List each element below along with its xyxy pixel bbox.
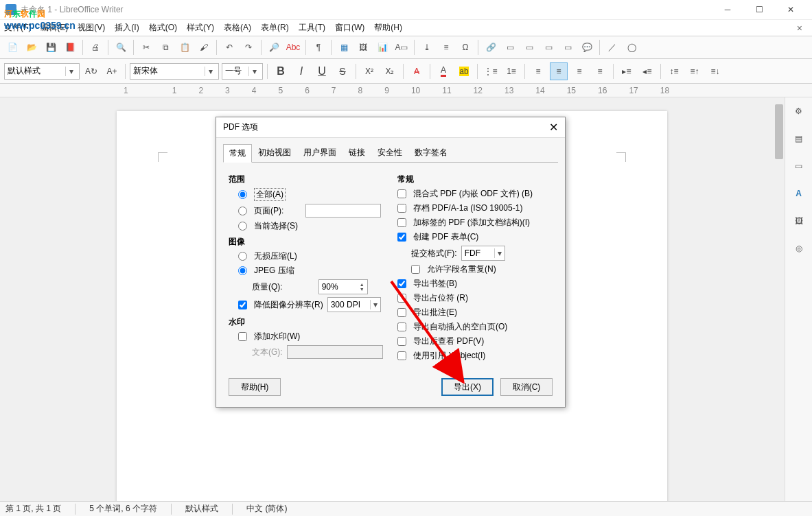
- redo-icon[interactable]: ↷: [240, 39, 257, 56]
- specialchar-icon[interactable]: Ω: [457, 39, 474, 56]
- paragraph-style-combo[interactable]: 默认样式▾: [4, 63, 80, 80]
- spellcheck-icon[interactable]: Abc: [285, 39, 301, 56]
- copy-icon[interactable]: ⧉: [157, 39, 174, 56]
- comments-checkbox[interactable]: [397, 308, 406, 317]
- sidebar-styles-icon[interactable]: A: [789, 184, 809, 203]
- bold-button[interactable]: B: [272, 62, 290, 80]
- para-spacing-inc-button[interactable]: ≡↑: [686, 62, 704, 80]
- linespacing-button[interactable]: ↕≡: [665, 62, 683, 80]
- textbox-icon[interactable]: A▭: [393, 39, 410, 56]
- formatting-marks-icon[interactable]: ¶: [310, 39, 327, 56]
- scroll-thumb[interactable]: [775, 104, 783, 159]
- open-icon[interactable]: 📂: [23, 39, 40, 56]
- font-color-button[interactable]: A: [434, 62, 452, 80]
- tab-security[interactable]: 安全性: [371, 143, 408, 162]
- tab-ui[interactable]: 用户界面: [297, 143, 343, 162]
- para-spacing-dec-button[interactable]: ≡↓: [706, 62, 724, 80]
- submit-format-dropdown[interactable]: FDF▾: [461, 246, 505, 261]
- new-icon[interactable]: 📄: [4, 39, 21, 56]
- menu-insert[interactable]: 插入(I): [115, 22, 139, 34]
- find-icon[interactable]: 🔎: [266, 39, 282, 56]
- menu-table[interactable]: 表格(A): [224, 22, 251, 34]
- align-right-button[interactable]: ≡: [570, 62, 588, 80]
- tab-initial-view[interactable]: 初始视图: [252, 143, 297, 162]
- align-center-button[interactable]: ≡: [550, 62, 568, 80]
- viewafter-checkbox[interactable]: [397, 337, 406, 346]
- menu-edit[interactable]: 编辑(E): [40, 22, 68, 34]
- horizontal-ruler[interactable]: 1123456789101112131415161718: [0, 84, 812, 97]
- strike-button[interactable]: S: [334, 62, 351, 80]
- table-icon[interactable]: ▦: [336, 39, 352, 56]
- menu-help[interactable]: 帮助(H): [374, 22, 402, 34]
- sidebar-settings-icon[interactable]: ⚙: [789, 102, 809, 121]
- font-name-combo[interactable]: 新宋体▾: [130, 63, 219, 80]
- print-icon[interactable]: 🖨: [87, 39, 104, 56]
- menu-file[interactable]: 文件(F): [4, 22, 31, 34]
- status-words[interactable]: 5 个单词, 6 个字符: [89, 503, 157, 515]
- shapes-icon[interactable]: ◯: [623, 39, 640, 56]
- tagged-checkbox[interactable]: [397, 218, 406, 227]
- comment-icon[interactable]: 💬: [579, 39, 595, 56]
- reduce-res-checkbox[interactable]: [238, 301, 247, 309]
- underline-button[interactable]: U: [313, 62, 331, 80]
- help-button[interactable]: 帮助(H): [229, 378, 281, 396]
- status-style[interactable]: 默认样式: [185, 503, 218, 515]
- dialog-close-button[interactable]: ✕: [549, 121, 558, 134]
- line-icon[interactable]: ／: [604, 39, 620, 56]
- font-size-combo[interactable]: 一号▾: [222, 63, 263, 80]
- indent-dec-button[interactable]: ◂≡: [638, 62, 656, 80]
- quality-spin[interactable]: 90%▲▼: [318, 279, 368, 294]
- footnote-icon[interactable]: ▭: [502, 39, 518, 56]
- endnote-icon[interactable]: ▭: [521, 39, 537, 56]
- range-selection-radio[interactable]: [238, 222, 247, 231]
- hyperlink-icon[interactable]: 🔗: [483, 39, 499, 56]
- status-lang[interactable]: 中文 (简体): [246, 503, 287, 515]
- new-style-icon[interactable]: A+: [103, 62, 121, 80]
- print-preview-icon[interactable]: 🔍: [113, 39, 129, 56]
- superscript-button[interactable]: X²: [360, 62, 378, 80]
- clear-format-button[interactable]: A̶: [408, 62, 426, 80]
- clone-format-icon[interactable]: 🖌: [196, 39, 212, 56]
- blankpages-checkbox[interactable]: [397, 322, 406, 331]
- field-icon[interactable]: ≡: [438, 39, 454, 56]
- range-all-radio[interactable]: [238, 190, 247, 199]
- pagebreak-icon[interactable]: ⤓: [419, 39, 435, 56]
- paste-icon[interactable]: 📋: [176, 39, 193, 56]
- dup-names-checkbox[interactable]: [411, 265, 420, 274]
- align-left-button[interactable]: ≡: [529, 62, 547, 80]
- bookmarks-checkbox[interactable]: [397, 279, 406, 288]
- menu-format[interactable]: 格式(O): [149, 22, 177, 34]
- pdfa-checkbox[interactable]: [397, 204, 406, 213]
- lossless-radio[interactable]: [238, 252, 247, 261]
- tab-digital-sign[interactable]: 数字签名: [408, 143, 454, 162]
- close-button[interactable]: ✕: [775, 0, 807, 19]
- menu-form[interactable]: 表单(R): [261, 22, 289, 34]
- menu-window[interactable]: 窗口(W): [335, 22, 364, 34]
- create-form-checkbox[interactable]: [397, 233, 406, 242]
- vertical-scrollbar[interactable]: [774, 97, 785, 501]
- minimize-button[interactable]: ─: [712, 0, 743, 19]
- sidebar-gallery-icon[interactable]: 🖼: [789, 211, 809, 231]
- menu-tools[interactable]: 工具(T): [299, 22, 325, 34]
- update-style-icon[interactable]: A↻: [82, 62, 100, 80]
- range-pages-radio[interactable]: [238, 207, 247, 215]
- sidebar-navigator-icon[interactable]: ◎: [789, 239, 809, 258]
- range-pages-input[interactable]: [305, 204, 381, 218]
- status-page[interactable]: 第 1 页, 共 1 页: [5, 503, 61, 515]
- doc-close-button[interactable]: ×: [797, 23, 808, 34]
- hybrid-checkbox[interactable]: [397, 189, 406, 198]
- sidebar-properties-icon[interactable]: ▤: [789, 129, 809, 148]
- dpi-dropdown[interactable]: 300 DPI▾: [327, 297, 381, 312]
- bullets-button[interactable]: ⋮≡: [482, 62, 500, 80]
- menu-styles[interactable]: 样式(Y): [187, 22, 214, 34]
- cancel-button[interactable]: 取消(C): [500, 378, 553, 396]
- placeholders-checkbox[interactable]: [397, 294, 406, 303]
- chart-icon[interactable]: 📊: [374, 39, 391, 56]
- highlight-button[interactable]: ab: [455, 62, 473, 80]
- jpeg-radio[interactable]: [238, 266, 247, 275]
- add-watermark-checkbox[interactable]: [238, 332, 247, 341]
- xobject-checkbox[interactable]: [397, 351, 406, 360]
- cut-icon[interactable]: ✂: [138, 39, 154, 56]
- tab-links[interactable]: 链接: [343, 143, 371, 162]
- export-pdf-icon[interactable]: 📕: [62, 39, 78, 56]
